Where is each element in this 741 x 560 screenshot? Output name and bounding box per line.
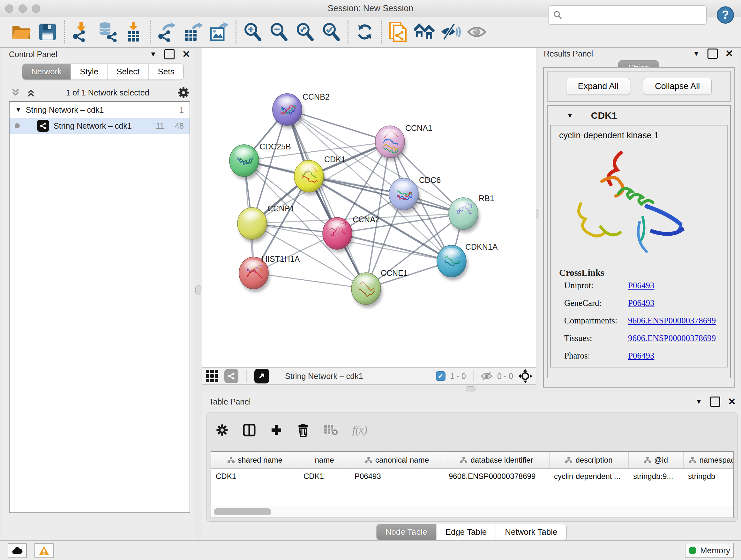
- fit-content-button[interactable]: [292, 18, 318, 45]
- zoom-selected-button[interactable]: [318, 18, 344, 45]
- close-panel-icon[interactable]: ✕: [725, 49, 733, 58]
- add-column-icon[interactable]: [270, 424, 283, 436]
- tab-network-table[interactable]: Network Table: [496, 524, 566, 540]
- detach-view-icon[interactable]: [254, 369, 269, 383]
- edge-HIST1H1A-CCNE1[interactable]: [254, 273, 366, 289]
- save-session-button[interactable]: [35, 18, 61, 45]
- network-canvas[interactable]: CCNB2CCNA1CDC25BCDK1CDC6RB1CCNB1CCNA2CDK…: [202, 48, 536, 367]
- tab-sets[interactable]: Sets: [149, 64, 184, 79]
- column-header-shared-name[interactable]: shared name: [211, 452, 299, 469]
- zoom-in-button[interactable]: [240, 18, 266, 45]
- apply-layout-button[interactable]: [352, 18, 378, 45]
- collapse-entry-icon[interactable]: ▼: [567, 112, 573, 119]
- birds-eye-view-icon[interactable]: [518, 368, 533, 384]
- cloud-status-button[interactable]: [8, 543, 27, 558]
- network-share-view-icon[interactable]: [224, 369, 239, 383]
- crosslink-row: Compartments:9606.ENSP00000378699: [564, 316, 727, 326]
- expand-all-button[interactable]: Expand All: [566, 78, 630, 95]
- panel-menu-icon[interactable]: ▼: [693, 50, 700, 58]
- hide-selected-button[interactable]: [437, 18, 464, 45]
- show-all-button[interactable]: [464, 18, 490, 45]
- panel-menu-icon[interactable]: ▼: [695, 397, 702, 406]
- node-label-CCNA1: CCNA1: [405, 124, 432, 132]
- crosslink-link[interactable]: P06493: [628, 298, 655, 308]
- table-cell[interactable]: CDK1: [299, 469, 350, 484]
- results-actions: Expand All Collapse All: [547, 71, 731, 102]
- column-header-canonical-name[interactable]: canonical name: [350, 452, 444, 469]
- string-network-graph[interactable]: CCNB2CCNA1CDC25BCDK1CDC6RB1CCNB1CCNA2CDK…: [202, 48, 536, 367]
- table-row[interactable]: CDK1CDK1P064939606.ENSP00000378699cyclin…: [211, 469, 733, 484]
- table-options-gear-icon[interactable]: [216, 424, 228, 436]
- import-table-button[interactable]: [120, 18, 146, 45]
- collapse-all-button[interactable]: Collapse All: [643, 78, 712, 95]
- delete-trash-icon[interactable]: [297, 423, 310, 437]
- selected-checkbox-icon[interactable]: ✓: [436, 371, 446, 381]
- open-session-button[interactable]: [8, 18, 35, 45]
- selection-status: 1 of 1 Network selected: [38, 88, 178, 98]
- table-panel: Table Panel ▼ ✕: [202, 392, 741, 540]
- tab-network[interactable]: Network: [22, 64, 71, 79]
- panel-menu-icon[interactable]: ▼: [150, 50, 157, 58]
- expand-all-icon[interactable]: [27, 88, 38, 98]
- import-network-database-button[interactable]: [94, 18, 120, 45]
- column-header-database-identifier[interactable]: database identifier: [444, 452, 549, 469]
- help-button[interactable]: ?: [717, 6, 734, 23]
- column-header-description[interactable]: description: [549, 452, 629, 469]
- memory-button[interactable]: Memory: [685, 543, 734, 558]
- crosslink-link[interactable]: 9606.ENSP00000378699: [628, 333, 716, 343]
- float-panel-icon[interactable]: [164, 49, 175, 59]
- tab-style[interactable]: Style: [71, 64, 108, 79]
- tab-node-table[interactable]: Node Table: [377, 524, 436, 540]
- column-header-name[interactable]: name: [299, 452, 350, 469]
- crosslink-link[interactable]: P06493: [628, 281, 655, 291]
- float-panel-icon[interactable]: [710, 396, 720, 407]
- import-network-icon: [71, 22, 91, 42]
- table-cell[interactable]: CDK1: [211, 469, 299, 484]
- footer-separator: [277, 370, 277, 382]
- export-table-button[interactable]: [180, 18, 206, 45]
- collapse-all-icon[interactable]: [11, 88, 22, 98]
- node-label-CCNE1: CCNE1: [381, 268, 408, 277]
- table-cell[interactable]: stringdb: [684, 469, 734, 484]
- collection-count: 1: [179, 105, 184, 115]
- search-input[interactable]: [562, 10, 698, 20]
- table-cell[interactable]: 9606.ENSP00000378699: [444, 469, 549, 484]
- column-header-@id[interactable]: @id: [629, 452, 684, 469]
- bottom-sash-handle[interactable]: [466, 386, 475, 391]
- table-cell[interactable]: stringdb:9...: [629, 469, 684, 484]
- string-protein-query-button[interactable]: [385, 18, 411, 45]
- zoom-in-icon: [243, 22, 263, 42]
- export-image-button[interactable]: [206, 18, 232, 45]
- horizontal-scrollbar[interactable]: [211, 506, 733, 517]
- tab-edge-table[interactable]: Edge Table: [436, 524, 496, 540]
- import-network-file-button[interactable]: [68, 18, 94, 45]
- crosslink-link[interactable]: 9606.ENSP00000378699: [628, 316, 716, 326]
- entry-header[interactable]: ▼ CDK1: [548, 106, 730, 125]
- zoom-selected-icon: [321, 22, 341, 42]
- column-header-namespace[interactable]: namespace: [684, 452, 734, 469]
- close-panel-icon[interactable]: ✕: [182, 50, 190, 59]
- show-columns-icon[interactable]: [243, 423, 256, 437]
- zoom-out-button[interactable]: [266, 18, 292, 45]
- node-label-CCNB2: CCNB2: [302, 92, 330, 101]
- network-row-selected[interactable]: String Network – cdk1 11 48: [10, 118, 190, 134]
- table-cell[interactable]: P06493: [350, 469, 444, 484]
- table-header-row: shared namenamecanonical namedatabase id…: [211, 452, 733, 469]
- grid-view-icon[interactable]: [205, 369, 219, 383]
- left-divider-handle[interactable]: [195, 286, 201, 295]
- table-cell[interactable]: cyclin-dependent ...: [549, 469, 629, 484]
- toolbar-separator: [235, 20, 237, 44]
- export-network-button[interactable]: [154, 18, 180, 45]
- warnings-button[interactable]: [35, 543, 54, 558]
- close-panel-icon[interactable]: ✕: [728, 397, 736, 407]
- gear-icon[interactable]: [178, 86, 190, 99]
- float-panel-icon[interactable]: [708, 49, 718, 59]
- crosslink-link[interactable]: P06493: [628, 351, 655, 361]
- node-table[interactable]: shared namenamecanonical namedatabase id…: [211, 451, 734, 518]
- scrollbar-thumb[interactable]: [214, 508, 271, 515]
- collapse-icon[interactable]: ▼: [15, 106, 21, 113]
- crosslink-row: Pharos:P06493: [564, 351, 727, 361]
- network-collection-row[interactable]: ▼ String Network – cdk1 1: [10, 102, 190, 118]
- houses-button[interactable]: [411, 18, 437, 45]
- tab-select[interactable]: Select: [108, 64, 149, 79]
